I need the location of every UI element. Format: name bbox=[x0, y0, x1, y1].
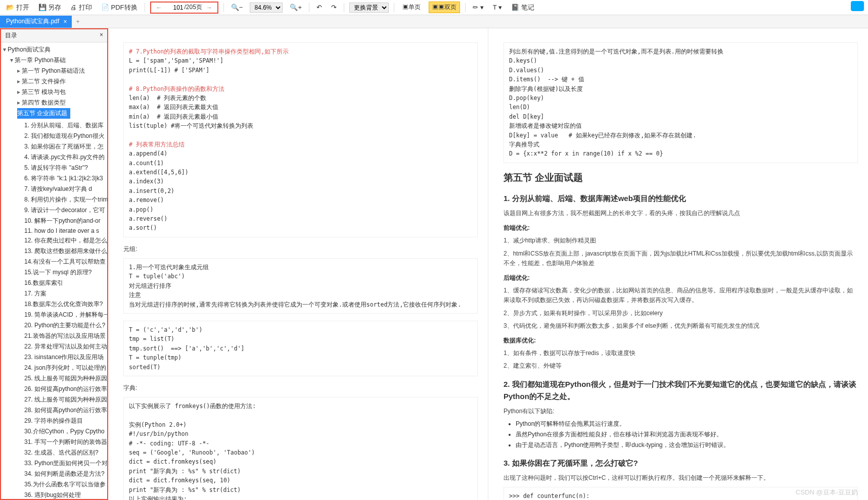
open-button[interactable]: 📂 打开 bbox=[4, 2, 31, 13]
note-button[interactable]: 📓 笔记 bbox=[509, 2, 536, 13]
tuple-label: 元组: bbox=[123, 244, 478, 254]
tree-leaf[interactable]: 20. Python的主要功能是什么? bbox=[3, 320, 107, 331]
tree-section[interactable]: ▸第三节 模块与包 bbox=[3, 87, 107, 97]
zoom-select[interactable]: 84.6% bbox=[250, 3, 283, 13]
tree-section-selected[interactable]: 第五节 企业面试题 bbox=[17, 108, 70, 119]
page-nav: ← /205页 → bbox=[150, 2, 218, 14]
tree-root[interactable]: ▾Python面试宝典 bbox=[3, 44, 107, 55]
tree-leaf[interactable]: 18.数据库怎么优化查询效率? bbox=[3, 299, 107, 310]
highlight-button[interactable]: ✏ ▾ bbox=[471, 3, 486, 12]
paragraph: 1、缓存存储读写次数高，变化少的数据，比如网站首页的信息、商品的信息等。应用程序… bbox=[504, 286, 858, 305]
tree-leaf[interactable]: 1. 分别从前端、后端、数据库 bbox=[3, 120, 107, 131]
tree-leaf[interactable]: 23. isinstance作用以及应用场 bbox=[3, 352, 107, 363]
tree-leaf[interactable]: 32. 生成器、迭代器的区别? bbox=[3, 447, 107, 458]
tree-leaf[interactable]: 30.介绍Cython，Pypy Cpytho bbox=[3, 426, 107, 437]
tree-leaf[interactable]: 33. Python里面如何拷贝一个对 bbox=[3, 458, 107, 469]
close-sidebar-icon[interactable]: × bbox=[100, 31, 103, 40]
double-page-button[interactable]: ▣▣双页 bbox=[429, 2, 460, 13]
page-viewport: # 7.Python的列表的截取与字符串操作类型相同,如下所示 L = ['sp… bbox=[108, 28, 868, 500]
page-total-label: /205页 bbox=[185, 3, 202, 12]
tree-leaf[interactable]: 14.有没有一个工具可以帮助查 bbox=[3, 257, 107, 267]
tree-leaf[interactable]: 15.说一下 mysql 的原理? bbox=[3, 267, 107, 278]
watermark: CSDN @豆本-豆豆奶 bbox=[796, 488, 858, 497]
tree-leaf[interactable]: 10. 解释一下python的and-or bbox=[3, 216, 107, 226]
tree-leaf[interactable]: 7. 请按key/value对字典 d bbox=[3, 184, 107, 194]
tree-leaf[interactable]: 25. 线上服务可能因为种种原因 bbox=[3, 373, 107, 384]
text-button[interactable]: T ▾ bbox=[491, 3, 504, 12]
tree-leaf[interactable]: 24. json序列化时，可以处理的 bbox=[3, 363, 107, 373]
print-button[interactable]: 🖨 打印 bbox=[68, 2, 94, 13]
tree-leaf[interactable]: 2. 我们都知道现在Python很火 bbox=[3, 131, 107, 141]
tree-leaf[interactable]: 19. 简单谈谈ACID，并解释每一 bbox=[3, 310, 107, 320]
tree-leaf[interactable]: 8. 利用切片操作，实现一个trim bbox=[3, 194, 107, 205]
tree-leaf[interactable]: 31. 手写一个判断时间的装饰器 bbox=[3, 437, 107, 447]
tree-leaf[interactable]: 5. 请反转字符串 "aStr"? bbox=[3, 163, 107, 173]
tree-section[interactable]: ▸第二节 文件操作 bbox=[3, 76, 107, 87]
main-toolbar: 📂 打开 💾 另存 🖨 打印 📄 PDF转换 ← /205页 → 🔍− 84.6… bbox=[0, 0, 868, 15]
paragraph: 2、建立索引、外键等 bbox=[504, 361, 858, 371]
tree-leaf[interactable]: 35.为什么函数名字可以当做参 bbox=[3, 479, 107, 490]
zoom-in-button[interactable]: 🔍+ bbox=[288, 3, 304, 12]
document-tab[interactable]: Python面试宝典.pdf × bbox=[0, 16, 72, 28]
sidebar-header: 目录× bbox=[1, 29, 107, 42]
tree-leaf[interactable]: 27. 线上服务可能因为种种原因 bbox=[3, 394, 107, 405]
single-page-button[interactable]: ▣单页 bbox=[399, 2, 424, 13]
paragraph: 1、减少http请求、例如制作精灵图 bbox=[504, 236, 858, 245]
zoom-out-button[interactable]: 🔍− bbox=[229, 3, 245, 12]
paragraph: 1、如有条件，数据可以存放于redis，读取速度快 bbox=[504, 348, 858, 358]
frontend-label: 前端优化: bbox=[504, 223, 858, 233]
save-button[interactable]: 💾 另存 bbox=[36, 2, 64, 13]
outline-sidebar: 目录× ▾Python面试宝典 ▾第一章 Python基础 ▸第一节 Pytho… bbox=[0, 28, 108, 500]
close-tab-icon[interactable]: × bbox=[63, 18, 67, 25]
database-label: 数据库优化: bbox=[504, 336, 858, 345]
backend-label: 后端优化: bbox=[504, 273, 858, 283]
paragraph: 2、异步方式，如果有耗时操作，可以采用异步，比如celery bbox=[504, 309, 858, 318]
paragraph: 2、html和CSS放在页面上部，javascript放在页面下面，因为js加载… bbox=[504, 249, 858, 268]
list-item: 虽然Python在很多方面都性能良好，但在移动计算和浏览器方面表现不够好。 bbox=[516, 430, 858, 439]
tree-leaf[interactable]: 12. 你在爬虫过程中，都是怎么 bbox=[3, 235, 107, 246]
rotate-left-button[interactable]: ↶ bbox=[314, 3, 324, 12]
section-title: 第五节 企业面试题 bbox=[504, 170, 858, 185]
page-input[interactable] bbox=[166, 4, 184, 11]
q3-title: 3. 如果你困在了死循环里，怎么打破它? bbox=[504, 457, 858, 469]
list-item: Python的可解释特征会拖累其运行速度。 bbox=[516, 419, 858, 429]
tree-leaf[interactable]: 22. 异常处理写法以及如何主动 bbox=[3, 341, 107, 352]
code-block: 1.用一个可迭代对象生成元组 T = tuple('abc') 对元组进行排序 … bbox=[123, 258, 478, 314]
tree-leaf[interactable]: 29. 字符串的操作题目 bbox=[3, 416, 107, 426]
paragraph: 3、代码优化，避免循环和判断次数太多，如果多个if else判断，优先判断最有可… bbox=[504, 321, 858, 331]
tree-leaf[interactable]: 11. how do I iterate over a s bbox=[3, 226, 107, 235]
tree-leaf[interactable]: 26. 如何提高python的运行效率 bbox=[3, 384, 107, 394]
code-block: 列出所有的键,值.注意得到的是一个可迭代对象,而不是列表.用的时候需要转换 D.… bbox=[504, 42, 858, 163]
tree-leaf[interactable]: 9. 请设计一个decorator，它可 bbox=[3, 205, 107, 216]
tree-section[interactable]: ▸第四节 数据类型 bbox=[3, 97, 107, 108]
tree-leaf[interactable]: 6. 将字符串 "k:1 |k1:2|k2:3|k3 bbox=[3, 173, 107, 184]
tree-leaf[interactable]: 4. 请谈谈.pyc文件和.py文件的 bbox=[3, 152, 107, 163]
paragraph: 该题目网上有很多方法，我不想截图网上的长串文字，看的头疼，按我自己的理解说几点 bbox=[504, 209, 858, 218]
tree-leaf[interactable]: 3. 如果你困在了死循环里，怎 bbox=[3, 141, 107, 152]
dict-label: 字典: bbox=[123, 383, 478, 393]
code-block: 以下实例展示了 fromkeys()函数的使用方法: 实例(Python 2.0… bbox=[123, 397, 478, 500]
tree-section[interactable]: ▸第一节 Python基础语法 bbox=[3, 66, 107, 76]
tree-leaf[interactable]: 34. 如何判断是函数还是方法? bbox=[3, 469, 107, 479]
tree-leaf[interactable]: 13. 爬取这些数据都用来做什么 bbox=[3, 246, 107, 257]
tree-leaf[interactable]: 36. 遇到bug如何处理 bbox=[3, 490, 107, 500]
add-tab-button[interactable]: + bbox=[72, 18, 83, 25]
code-block: # 7.Python的列表的截取与字符串操作类型相同,如下所示 L = ['sp… bbox=[123, 42, 478, 237]
tab-label: Python面试宝典.pdf bbox=[6, 17, 59, 26]
background-select[interactable]: 更换背景 bbox=[349, 3, 389, 13]
page-right: 列出所有的键,值.注意得到的是一个可迭代对象,而不是列表.用的时候需要转换 D.… bbox=[488, 28, 868, 500]
extension-icon[interactable] bbox=[851, 1, 864, 11]
q1-title: 1. 分别从前端、后端、数据库阐述web项目的性能优化 bbox=[504, 192, 858, 205]
tab-bar: Python面试宝典.pdf × + bbox=[0, 15, 868, 28]
tree-leaf[interactable]: 16.数据库索引 bbox=[3, 278, 107, 288]
tree-leaf[interactable]: 28. 如何提高python的运行效率 bbox=[3, 405, 107, 416]
tree-chapter[interactable]: ▾第一章 Python基础 bbox=[3, 55, 107, 66]
bullet-list: Python的可解释特征会拖累其运行速度。 虽然Python在很多方面都性能良好… bbox=[504, 419, 858, 451]
rotate-right-button[interactable]: ↷ bbox=[329, 3, 339, 12]
tree-leaf[interactable]: 17. 方案 bbox=[3, 288, 107, 299]
prev-page-button[interactable]: ← bbox=[153, 4, 165, 11]
next-page-button[interactable]: → bbox=[203, 4, 215, 11]
list-item: 由于是动态语言，Python使用鸭子类型，即duck-typing，这会增加运行… bbox=[516, 440, 858, 450]
tree-leaf[interactable]: 21.装饰器的写法以及应用场景 bbox=[3, 331, 107, 341]
pdf-convert-button[interactable]: 📄 PDF转换 bbox=[99, 2, 140, 13]
